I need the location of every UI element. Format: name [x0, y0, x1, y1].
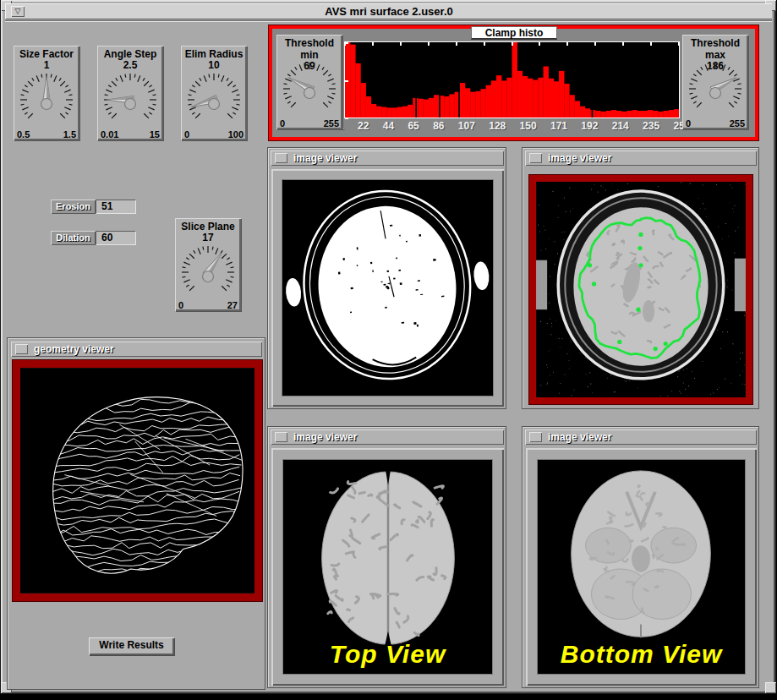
image-viewer-4-window: image viewer Bottom View — [522, 426, 759, 688]
histogram-plot[interactable] — [344, 41, 680, 118]
dial-panel-elim-radius: Elim Radius 10 0100 — [181, 46, 247, 140]
histogram-bars — [345, 42, 679, 118]
dial-min: 0 — [686, 118, 691, 129]
dial-max: 1.5 — [63, 129, 76, 139]
image-viewer-1-titlebar[interactable]: image viewer — [271, 150, 504, 166]
dial-label: Size Factor — [14, 46, 79, 60]
angle-step-dial[interactable] — [97, 72, 163, 124]
size-factor-dial[interactable] — [14, 72, 79, 124]
image-viewer-3-frame: Top View — [271, 448, 504, 686]
top-view-caption: Top View — [283, 640, 492, 669]
window-titlebar[interactable]: AVS mri surface 2.user.0 — [5, 3, 772, 19]
threshold-min-dial[interactable] — [276, 61, 342, 113]
bottom-view-caption: Bottom View — [538, 640, 745, 669]
image-viewer-4-titlebar[interactable]: image viewer — [525, 429, 757, 445]
threshold-max-dial[interactable] — [682, 61, 748, 113]
geometry-canvas-frame — [13, 360, 262, 601]
x-tick-label: 235 — [643, 120, 659, 134]
wireframe-brain-canvas[interactable] — [20, 368, 254, 593]
mri-slice-canvas[interactable] — [529, 175, 752, 404]
x-tick-label: 107 — [458, 120, 475, 134]
dial-label: Threshold max — [682, 35, 748, 61]
dilation-input[interactable]: 60 — [96, 231, 136, 245]
dial-panel-threshold-min: Threshold min 69 0255 — [276, 35, 342, 129]
binary-mask-canvas[interactable] — [282, 179, 494, 396]
dial-max: 100 — [228, 129, 243, 139]
x-tick-label: 44 — [383, 120, 394, 134]
erosion-input[interactable]: 51 — [96, 200, 136, 214]
x-tick-label: 214 — [612, 120, 629, 134]
dial-panel-angle-step: Angle Step 2.5 0.0115 — [97, 46, 163, 140]
image-viewer-3-window: image viewer Top View — [267, 426, 506, 688]
viewer-menu-button[interactable] — [275, 432, 287, 442]
dial-min: 0.01 — [101, 129, 118, 139]
viewer-menu-button[interactable] — [529, 153, 542, 163]
dial-max: 255 — [730, 118, 745, 129]
viewer-menu-button[interactable] — [275, 153, 287, 163]
window-menu-icon[interactable]: ▽ — [11, 6, 25, 17]
dial-max: 255 — [324, 118, 339, 129]
dilation-label: Dilation — [51, 231, 96, 245]
dial-min: 0 — [178, 300, 183, 310]
x-tick-label: 192 — [581, 120, 598, 134]
histogram-title-tab: Clamp histo — [471, 26, 557, 40]
dial-min: 0.5 — [17, 129, 30, 139]
window-title: AVS mri surface 2.user.0 — [325, 5, 453, 18]
image-viewer-4-frame: Bottom View — [526, 448, 757, 686]
elim-radius-dial[interactable] — [181, 72, 247, 124]
dial-panel-threshold-max: Threshold max 186 0255 — [682, 35, 748, 129]
viewer-menu-button[interactable] — [15, 344, 28, 354]
resize-handle-bottom-right[interactable] — [765, 682, 776, 693]
dial-value: 2.5 — [97, 60, 163, 71]
viewer-title: image viewer — [293, 152, 357, 164]
write-results-button[interactable]: Write Results — [89, 637, 174, 655]
geometry-viewer-window: geometry viewer Write Results — [7, 337, 265, 690]
x-tick-label: 86 — [433, 120, 444, 134]
dial-value: 17 — [175, 232, 241, 243]
x-tick-label: 22 — [358, 120, 369, 134]
image-viewer-1-window: image viewer — [267, 147, 506, 409]
viewer-title: geometry viewer — [34, 343, 114, 355]
image-viewer-2-window: image viewer — [522, 147, 759, 409]
x-tick-label: 150 — [520, 120, 537, 134]
image-viewer-1-frame — [271, 169, 504, 407]
viewer-title: image viewer — [548, 152, 611, 164]
dial-value: 1 — [14, 60, 79, 71]
histogram-x-axis-labels: 12244658610712815017119221423525 — [338, 120, 685, 134]
dial-max: 27 — [227, 300, 238, 310]
image-viewer-2-titlebar[interactable]: image viewer — [525, 150, 757, 166]
dial-label: Elim Radius — [181, 46, 247, 60]
dial-panel-size-factor: Size Factor 1 0.51.5 — [14, 46, 79, 140]
dial-label: Slice Plane — [175, 218, 241, 232]
image-viewer-3-titlebar[interactable]: image viewer — [271, 429, 504, 445]
titlebar-divider — [5, 20, 772, 22]
brain-bottom-view-canvas[interactable]: Bottom View — [537, 459, 746, 675]
brain-top-view-canvas[interactable]: Top View — [282, 459, 493, 675]
viewer-menu-button[interactable] — [529, 432, 542, 442]
dial-label: Angle Step — [97, 46, 163, 60]
viewer-title: image viewer — [548, 431, 611, 443]
dial-min: 0 — [280, 118, 285, 129]
erosion-label: Erosion — [51, 200, 96, 214]
x-tick-label: 65 — [408, 120, 419, 134]
viewer-title: image viewer — [293, 431, 357, 443]
geometry-viewer-titlebar[interactable]: geometry viewer — [11, 342, 262, 357]
x-tick-label: 171 — [550, 120, 567, 134]
dial-value: 10 — [181, 60, 247, 71]
x-tick-label: 128 — [489, 120, 506, 134]
dial-min: 0 — [184, 129, 189, 139]
dial-max: 15 — [150, 129, 160, 139]
slice-plane-dial[interactable] — [175, 244, 241, 297]
dial-label: Threshold min — [276, 35, 342, 61]
dial-panel-slice-plane: Slice Plane 17 027 — [175, 218, 241, 311]
